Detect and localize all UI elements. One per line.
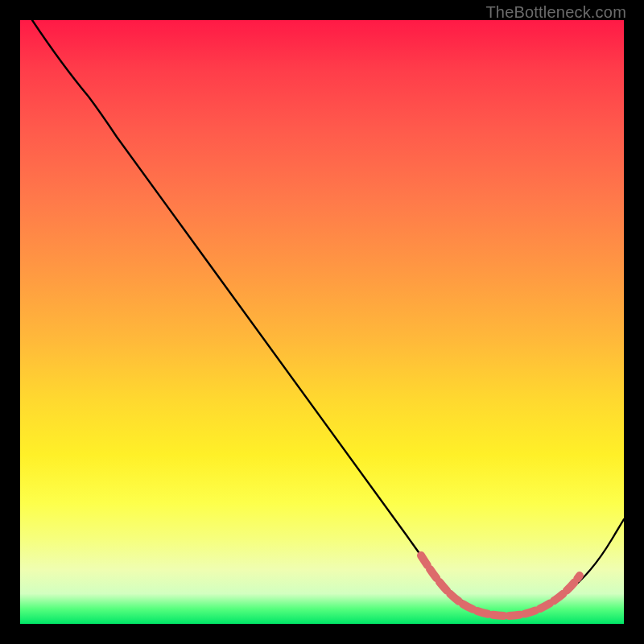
bottleneck-curve xyxy=(32,20,624,615)
chart-plot-area xyxy=(20,20,624,624)
chart-frame: TheBottleneck.com xyxy=(0,0,644,644)
watermark-text: TheBottleneck.com xyxy=(485,3,626,22)
bottleneck-highlight xyxy=(421,555,580,616)
chart-svg xyxy=(20,20,624,624)
